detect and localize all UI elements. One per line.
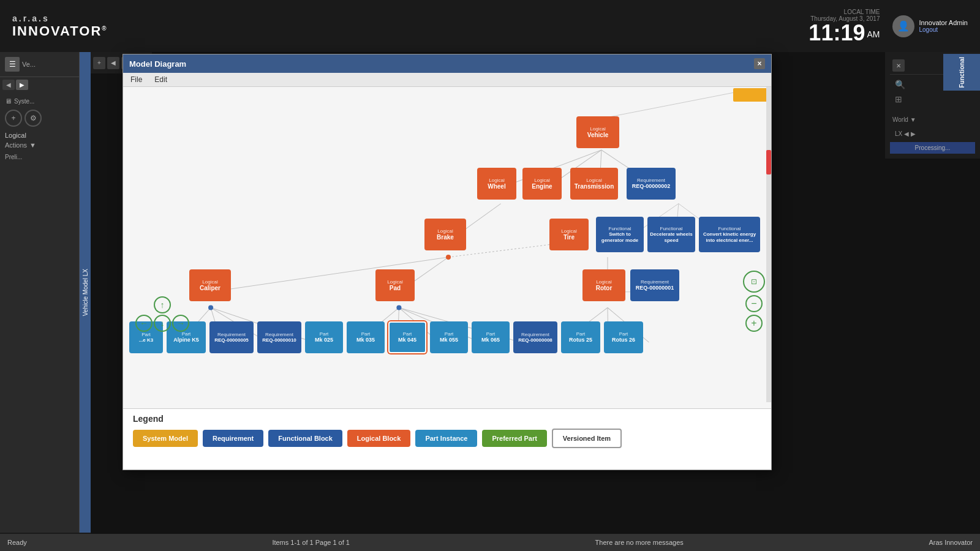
modal-scrollbar[interactable] [766,87,771,402]
sidebar-preview-label: Preli... [5,154,74,160]
node-part-rotus25[interactable]: Part Rotus 25 [561,321,600,353]
node-part-mk025[interactable]: Part Mk 025 [305,321,343,353]
sidebar-logical-label: Logical [5,132,74,139]
node-func-decelerate-wheels[interactable]: Functional Decelerate wheels speed [647,217,695,252]
modal-close-button[interactable]: × [754,58,765,69]
status-no-messages: There are no more messages [595,539,684,546]
legend-requirement[interactable]: Requirement [203,430,263,447]
legend-system-model[interactable]: System Model [133,430,198,447]
sidebar-icons-row: + ⚙ [5,110,74,127]
sidebar-add-icon[interactable]: + [5,110,22,127]
topbar: a.r.a.s INNOVATOR® LOCAL TIME Thursday, … [0,0,980,52]
menu-edit[interactable]: Edit [152,74,170,85]
sidebar-gear-icon[interactable]: ⚙ [24,110,42,127]
node-func-convert-kinetic[interactable]: Functional Convert kinetic energy into e… [699,217,760,252]
node-req-00000002[interactable]: Requirement REQ-00000002 [627,168,676,200]
top-right-area: LOCAL TIME Thursday, August 3, 2017 11:1… [809,9,968,44]
node-rotor-logical[interactable]: Logical Rotor [582,269,625,301]
node-req-00000001[interactable]: Requirement REQ-00000001 [630,269,679,301]
sidebar-tabs: ◀ ▶ [0,77,79,92]
legend-part-instance[interactable]: Part Instance [415,430,477,447]
legend-logical-block[interactable]: Logical Block [347,430,411,447]
legend-area: Legend System Model Requirement Function… [123,408,771,470]
zoom-controls: ⊡ − + [743,271,765,332]
node-transmission[interactable]: Logical Transmission [570,168,618,200]
node-tire[interactable]: Logical Tire [549,219,589,250]
node-wheel[interactable]: Logical Wheel [477,168,516,200]
node-part-mk055[interactable]: Part Mk 055 [430,321,468,353]
modal-title: Model Diagram [129,59,186,69]
node-brake[interactable]: Logical Brake [424,219,466,250]
nav-right-button[interactable]: → [172,315,189,332]
sidebar-tab-1[interactable]: ◀ [2,80,15,90]
status-app-name: Aras Innovator [929,539,973,546]
sidebar-system-section: 🖥 Syste... [5,97,74,105]
sidebar-actions: Actions ▼ [5,141,74,149]
legend-functional-block[interactable]: Functional Block [268,430,342,447]
actions-label: Actions [5,141,27,149]
logo-area: a.r.a.s INNOVATOR® [12,13,108,39]
sidebar-tab-2[interactable]: ▶ [16,80,28,90]
logo-innovator: INNOVATOR® [12,23,108,39]
model-diagram-modal: Model Diagram × File Edit [123,54,772,470]
node-engine[interactable]: Logical Engine [522,168,562,200]
statusbar: Ready Items 1-1 of 1 Page 1 of 1 There a… [0,534,980,551]
modal-content: Logical Vehicle Logical Wheel Logical En… [123,87,771,470]
svg-point-27 [446,255,451,260]
hamburger-icon[interactable]: ☰ [5,57,20,72]
node-vehicle[interactable]: Logical Vehicle [576,116,619,148]
nav-horizontal-controls: ← ↓ → [135,315,189,332]
zoom-fit-button[interactable]: ⊡ [743,271,765,293]
nav-down-button[interactable]: ↓ [154,315,171,332]
node-req-00000005[interactable]: Requirement REQ-00000005 [209,321,254,353]
menu-file[interactable]: File [128,74,145,85]
sidebar-top-toolbar: ☰ Ve... [0,52,79,77]
legend-items: System Model Requirement Functional Bloc… [133,429,761,448]
nav-controls: ↑ ← ↓ → [135,296,189,332]
modal-titlebar: Model Diagram × [123,54,771,73]
diagram-canvas[interactable]: Logical Vehicle Logical Wheel Logical En… [123,87,771,402]
logout-link[interactable]: Logout [919,26,968,33]
datetime-area: LOCAL TIME Thursday, August 3, 2017 11:1… [809,9,880,44]
vehicle-model-label: Vehicle Model LX [80,52,91,533]
user-name: Innovator Admin [919,19,968,26]
modal-scrollbar-thumb[interactable] [766,150,771,174]
nav-up-button[interactable]: ↑ [154,296,171,313]
left-sidebar: ☰ Ve... ◀ ▶ 🖥 Syste... + ⚙ Logical Actio… [0,52,80,533]
logo-aras: a.r.a.s [12,13,108,23]
zoom-in-button[interactable]: + [745,315,763,332]
actions-chevron[interactable]: ▼ [29,141,36,149]
node-part-mk065[interactable]: Part Mk 065 [472,321,510,353]
functional-panel-tab[interactable]: Functional [943,54,980,91]
node-req-00000008[interactable]: Requirement REQ-00000008 [513,321,557,353]
status-items-info: Items 1-1 of 1 Page 1 of 1 [272,539,350,546]
node-caliper[interactable]: Logical Caliper [189,269,231,301]
node-part-mk045-selected[interactable]: Part Mk 045 [388,321,426,353]
legend-title: Legend [133,414,761,424]
user-area: 👤 Innovator Admin Logout [892,15,968,37]
nav-left-button[interactable]: ← [135,315,153,332]
node-func-switch-generator[interactable]: Functional Switch to generator mode [596,217,644,252]
sidebar-content: 🖥 Syste... + ⚙ Logical Actions ▼ Preli..… [0,92,79,165]
svg-point-26 [208,305,213,310]
legend-preferred-part[interactable]: Preferred Part [482,430,546,447]
sidebar-system-text: Syste... [14,98,34,105]
svg-point-25 [396,305,401,310]
sidebar-system-icon: 🖥 [5,97,12,105]
node-part-mk035[interactable]: Part Mk 035 [347,321,385,353]
node-part-rotus26[interactable]: Part Rotus 26 [604,321,643,353]
zoom-out-button[interactable]: − [745,295,763,312]
modal-menubar: File Edit [123,73,771,87]
svg-line-28 [601,90,747,118]
yellow-box [733,88,770,102]
node-pad[interactable]: Logical Pad [375,269,415,301]
status-ready: Ready [7,539,27,546]
node-req-00000010[interactable]: Requirement REQ-00000010 [257,321,301,353]
legend-versioned-item[interactable]: Versioned Item [552,429,622,448]
user-avatar: 👤 [892,15,914,37]
